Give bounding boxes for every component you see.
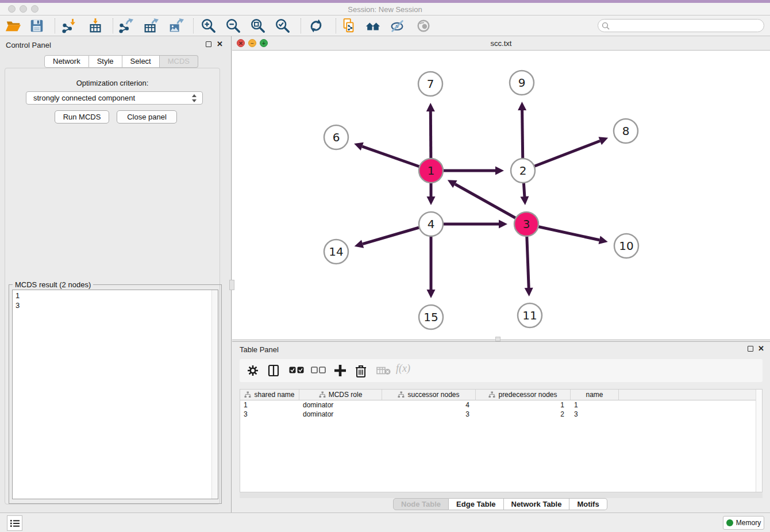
apply-layout-icon[interactable] bbox=[308, 18, 324, 34]
graph-node-label: 4 bbox=[428, 217, 435, 231]
network-graph: 7968124314101511 bbox=[232, 51, 770, 340]
toolbar-separator bbox=[301, 18, 301, 33]
main-toolbar bbox=[0, 16, 770, 36]
tab-style[interactable]: Style bbox=[89, 55, 122, 68]
select-all-checkboxes-icon[interactable] bbox=[289, 367, 304, 374]
mcds-panel: Optimization criterion: strongly connect… bbox=[5, 68, 220, 504]
graph-node-label: 2 bbox=[519, 164, 527, 178]
run-mcds-button[interactable]: Run MCDS bbox=[55, 110, 109, 124]
tab-edge-table[interactable]: Edge Table bbox=[449, 498, 503, 510]
cell-predecessor-nodes: 1 bbox=[476, 400, 571, 410]
cell-successor-nodes: 3 bbox=[382, 410, 476, 419]
graph-edge-arrowhead bbox=[427, 196, 436, 205]
network-close-button[interactable]: ✕ bbox=[237, 39, 245, 47]
tab-select[interactable]: Select bbox=[122, 55, 160, 68]
search-box bbox=[598, 19, 764, 32]
export-table-icon[interactable] bbox=[143, 18, 159, 34]
task-history-button[interactable] bbox=[7, 515, 22, 531]
duplicate-network-icon[interactable] bbox=[341, 18, 357, 34]
zoom-out-icon[interactable] bbox=[225, 18, 241, 34]
import-network-icon[interactable] bbox=[61, 18, 77, 34]
graph-node-label: 15 bbox=[424, 310, 438, 324]
column-header-shared-name[interactable]: shared name bbox=[240, 390, 299, 400]
table-scrollbar[interactable] bbox=[756, 390, 762, 492]
toolbar-separator bbox=[55, 18, 55, 33]
cell-predecessor-nodes: 2 bbox=[476, 410, 571, 419]
criterion-value: strongly connected component bbox=[33, 94, 135, 102]
window-titlebar: Session: New Session bbox=[0, 3, 770, 16]
cell-mcds-role: dominator bbox=[299, 400, 382, 410]
table-toolbar: f(x) bbox=[240, 359, 763, 382]
toolbar-separator bbox=[336, 18, 336, 33]
search-icon bbox=[602, 22, 610, 30]
network-canvas[interactable]: 7968124314101511 bbox=[232, 51, 770, 340]
table-row[interactable]: 3 dominator 3 2 3 bbox=[240, 410, 762, 419]
window-title: Session: New Session bbox=[0, 5, 770, 14]
select-stepper-icon bbox=[192, 94, 197, 102]
toolbar-separator bbox=[193, 18, 194, 33]
network-minimize-button[interactable]: − bbox=[248, 39, 256, 47]
open-session-icon[interactable] bbox=[5, 18, 21, 34]
graph-edge-arrowhead bbox=[355, 240, 364, 248]
float-table-panel-icon[interactable] bbox=[748, 346, 753, 352]
table-tabs: Node Table Edge Table Network Table Moti… bbox=[393, 498, 607, 510]
export-network-icon[interactable] bbox=[118, 18, 134, 34]
close-table-panel-icon[interactable]: ✕ bbox=[758, 345, 764, 352]
cell-shared-name: 3 bbox=[240, 410, 299, 419]
column-header-successor-nodes[interactable]: successor nodes bbox=[382, 390, 476, 400]
result-line: 1 bbox=[16, 291, 215, 300]
mcds-result-textarea[interactable]: 1 3 bbox=[12, 290, 218, 499]
birds-eye-view-icon[interactable] bbox=[415, 18, 432, 34]
graph-edge-arrowhead bbox=[499, 220, 507, 229]
tab-network[interactable]: Network bbox=[44, 55, 89, 68]
tab-mcds[interactable]: MCDS bbox=[160, 55, 198, 68]
memory-button[interactable]: Memory bbox=[723, 516, 764, 530]
tab-node-table[interactable]: Node Table bbox=[393, 498, 449, 510]
search-input[interactable] bbox=[612, 20, 760, 31]
deselect-all-checkboxes-icon[interactable] bbox=[311, 367, 326, 374]
criterion-select[interactable]: strongly connected component bbox=[26, 91, 203, 105]
graph-edge-arrowhead bbox=[599, 236, 608, 244]
export-image-icon[interactable] bbox=[168, 18, 184, 34]
result-scrollbar[interactable] bbox=[211, 290, 218, 499]
column-visibility-icon[interactable] bbox=[267, 364, 280, 377]
delete-column-icon[interactable] bbox=[355, 364, 367, 378]
graph-edge-arrowhead bbox=[518, 102, 526, 110]
network-maximize-button[interactable]: + bbox=[260, 39, 268, 47]
mcds-result-title: MCDS result (2 nodes) bbox=[13, 280, 93, 289]
sidebar-splitter-grip[interactable] bbox=[229, 280, 234, 290]
cell-name: 3 bbox=[571, 410, 619, 419]
close-panel-button[interactable]: Close panel bbox=[117, 110, 177, 124]
table-settings-icon[interactable] bbox=[247, 364, 259, 377]
zoom-in-icon[interactable] bbox=[201, 18, 217, 34]
node-table: shared name MCDS role successor nodes pr… bbox=[240, 389, 763, 492]
table-row[interactable]: 1 dominator 4 1 1 bbox=[240, 400, 762, 410]
graph-node-label: 7 bbox=[427, 77, 434, 91]
tab-network-table[interactable]: Network Table bbox=[504, 498, 570, 510]
toolbar-separator bbox=[113, 18, 113, 33]
add-column-icon[interactable] bbox=[333, 363, 348, 378]
function-builder-icon[interactable]: f(x) bbox=[396, 363, 410, 375]
close-panel-icon[interactable]: ✕ bbox=[217, 41, 223, 48]
cell-mcds-role: dominator bbox=[299, 410, 382, 419]
zoom-fit-icon[interactable] bbox=[250, 18, 266, 34]
column-header-mcds-role[interactable]: MCDS role bbox=[299, 390, 382, 400]
graph-edge-arrowhead bbox=[520, 196, 529, 205]
network-view-window: scc.txt ✕ − + 7968124314101511 bbox=[232, 36, 770, 341]
graph-node-label: 1 bbox=[428, 164, 435, 178]
node-table-header: shared name MCDS role successor nodes pr… bbox=[240, 390, 762, 400]
save-session-icon[interactable] bbox=[29, 18, 45, 34]
float-panel-icon[interactable] bbox=[206, 41, 211, 47]
graphics-details-icon[interactable] bbox=[390, 18, 406, 34]
zoom-selected-icon[interactable] bbox=[275, 18, 291, 34]
graph-edge-arrowhead bbox=[354, 142, 364, 151]
canvas-splitter-grip[interactable] bbox=[495, 337, 500, 341]
import-table-icon[interactable] bbox=[87, 18, 103, 34]
column-header-predecessor-nodes[interactable]: predecessor nodes bbox=[476, 390, 571, 400]
column-header-name[interactable]: name bbox=[571, 390, 619, 400]
home-view-icon[interactable] bbox=[365, 18, 381, 34]
control-panel-tabs: Network Style Select MCDS bbox=[44, 55, 198, 68]
tab-motifs[interactable]: Motifs bbox=[569, 498, 607, 510]
delete-table-icon[interactable] bbox=[376, 367, 391, 375]
network-window-titlebar: scc.txt ✕ − + bbox=[232, 36, 770, 51]
